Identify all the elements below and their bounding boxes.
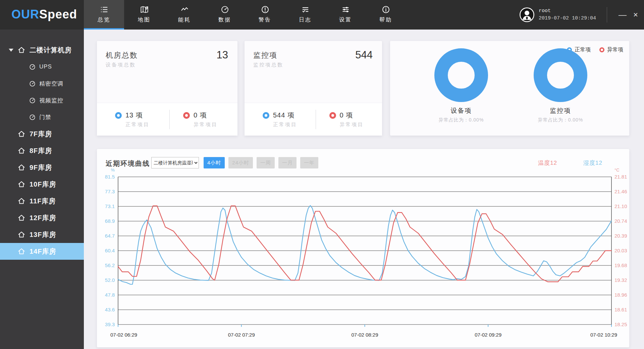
top-nav-menu: 总览地图能耗数据警告日志设置帮助 <box>84 0 406 30</box>
abnormal-count: 0 项 <box>340 111 364 119</box>
home-icon <box>17 247 25 255</box>
nav-item-label: 数据 <box>218 16 231 23</box>
log-icon <box>301 5 310 14</box>
sidebar-item-7F库房[interactable]: 7F库房 <box>0 126 84 142</box>
nav-item-总览[interactable]: 总览 <box>84 0 124 30</box>
abnormal-stat-group: 0 项 异常项目 <box>170 111 237 128</box>
svg-text:18.96: 18.96 <box>614 292 627 298</box>
nav-item-设置[interactable]: 设置 <box>325 0 366 30</box>
svg-text:64.7: 64.7 <box>105 233 115 239</box>
sidebar-item-UPS[interactable]: UPS <box>0 58 84 75</box>
normal-stat-group: 544 项 正常项目 <box>245 111 316 128</box>
sidebar-item-9F库房[interactable]: 9F库房 <box>0 159 84 176</box>
abnormal-label: 异常项目 <box>194 121 218 128</box>
svg-text:77.3: 77.3 <box>105 189 115 194</box>
sidebar-item-10F库房[interactable]: 10F库房 <box>0 176 84 193</box>
svg-text:81.5: 81.5 <box>105 174 115 180</box>
nav-item-label: 帮助 <box>379 16 392 23</box>
summary-card-monitors: 监控项 监控项总数 544 544 项 正常项目 0 项 异常项目 <box>245 41 382 136</box>
sidebar-item-11F库房[interactable]: 11F库房 <box>0 193 84 209</box>
home-icon <box>17 197 25 205</box>
sidebar-item-12F库房[interactable]: 12F库房 <box>0 209 84 226</box>
gauge-icon <box>220 5 229 14</box>
normal-count: 544 项 <box>273 111 297 119</box>
card-stats-row: 13 项 正常项目 0 项 异常项目 <box>97 103 237 136</box>
minimize-button[interactable]: — <box>615 9 630 20</box>
svg-text:21.46: 21.46 <box>614 189 627 194</box>
svg-text:07-02 08:29: 07-02 08:29 <box>351 332 378 338</box>
svg-text:47.8: 47.8 <box>105 292 115 298</box>
monitor-donut-chart <box>534 48 587 102</box>
svg-text:68.9: 68.9 <box>105 218 115 224</box>
normal-count: 13 项 <box>125 111 150 119</box>
sidebar-item-label: 13F库房 <box>30 230 56 239</box>
sidebar-item-label: 9F库房 <box>30 163 52 172</box>
nav-item-警告[interactable]: 警告 <box>245 0 285 30</box>
card-title: 机房总数 <box>106 50 138 60</box>
sidebar-item-label: 11F库房 <box>30 197 56 206</box>
nav-item-label: 日志 <box>299 16 312 23</box>
donut-sublabel: 异常占比为：0.00% <box>507 117 614 123</box>
nav-item-label: 地图 <box>138 16 151 23</box>
logo-text-our: OUR <box>11 7 39 21</box>
svg-text:19.32: 19.32 <box>614 277 627 283</box>
sidebar-item-精密空调[interactable]: 精密空调 <box>0 75 84 92</box>
svg-text:56.2: 56.2 <box>105 262 115 268</box>
chart-panel: 近期环境曲线 二楼计算机房温湿环 4小时24小时一周一月一年 温度12湿度12 … <box>97 149 629 347</box>
svg-text:39.3: 39.3 <box>105 321 115 327</box>
device-donut-chart <box>434 48 488 102</box>
donut-panel: 正常项异常项 设备项 异常占比为：0.00% 监控项 异常占比为：0.00% <box>390 41 629 136</box>
svg-text:19.68: 19.68 <box>614 262 627 268</box>
sliders-icon <box>341 5 350 14</box>
abnormal-count: 0 项 <box>194 111 218 119</box>
nav-item-label: 能耗 <box>178 16 191 23</box>
normal-label: 正常项目 <box>125 121 150 128</box>
close-button[interactable]: × <box>630 9 641 20</box>
sidebar-item-label: 10F库房 <box>30 180 56 189</box>
sidebar-item-label: 视频监控 <box>39 97 63 104</box>
home-icon <box>17 147 25 155</box>
svg-text:73.1: 73.1 <box>105 203 115 209</box>
card-title: 监控项 <box>253 50 277 60</box>
sidebar: 二楼计算机房UPS精密空调视频监控门禁7F库房8F库房9F库房10F库房11F库… <box>0 30 84 349</box>
svg-text:07-02 09:29: 07-02 09:29 <box>475 332 501 338</box>
svg-text:%: % <box>111 167 115 172</box>
app-logo: OURSpeed <box>11 7 77 21</box>
user-avatar-icon[interactable] <box>519 7 535 22</box>
sidebar-item-门禁[interactable]: 门禁 <box>0 109 84 126</box>
card-subtitle: 设备项总数 <box>106 62 136 68</box>
sidebar-item-二楼计算机房[interactable]: 二楼计算机房 <box>0 42 84 58</box>
card-stats-row: 544 项 正常项目 0 项 异常项目 <box>245 103 382 136</box>
svg-text:20.39: 20.39 <box>614 233 627 239</box>
nav-item-地图[interactable]: 地图 <box>124 0 164 30</box>
sidebar-item-视频监控[interactable]: 视频监控 <box>0 92 84 109</box>
svg-text:°C: °C <box>614 167 620 172</box>
nav-item-数据[interactable]: 数据 <box>205 0 245 30</box>
card-total-value: 544 <box>355 49 373 61</box>
logo-text-speed: Speed <box>39 7 77 21</box>
nav-item-label: 警告 <box>259 16 271 23</box>
nav-item-帮助[interactable]: 帮助 <box>366 0 406 30</box>
home-icon <box>17 214 25 222</box>
abnormal-stat-group: 0 项 异常项目 <box>316 111 382 128</box>
sidebar-item-8F库房[interactable]: 8F库房 <box>0 142 84 159</box>
abnormal-label: 异常项目 <box>340 121 364 128</box>
user-name: root <box>539 7 596 15</box>
user-timestamp: 2019-07-02 10:29:04 <box>539 15 596 22</box>
device-donut-block: 设备项 异常占比为：0.00% <box>408 41 515 123</box>
donut-label: 监控项 <box>507 106 614 115</box>
abnormal-ring-icon <box>183 112 190 119</box>
donut-sublabel: 异常占比为：0.00% <box>408 117 515 123</box>
sidebar-item-label: 8F库房 <box>30 146 52 155</box>
gauge-icon <box>29 114 36 121</box>
alert-icon <box>261 5 270 14</box>
nav-item-日志[interactable]: 日志 <box>285 0 325 30</box>
abnormal-ring-icon <box>329 112 336 119</box>
user-area: root 2019-07-02 10:29:04 — × <box>519 0 641 30</box>
nav-item-能耗[interactable]: 能耗 <box>164 0 205 30</box>
sidebar-item-14F库房[interactable]: 14F库房 <box>0 243 84 260</box>
gauge-icon <box>29 97 36 104</box>
normal-label: 正常项目 <box>273 121 297 128</box>
sidebar-item-13F库房[interactable]: 13F库房 <box>0 226 84 243</box>
sidebar-item-label: 7F库房 <box>30 130 52 139</box>
